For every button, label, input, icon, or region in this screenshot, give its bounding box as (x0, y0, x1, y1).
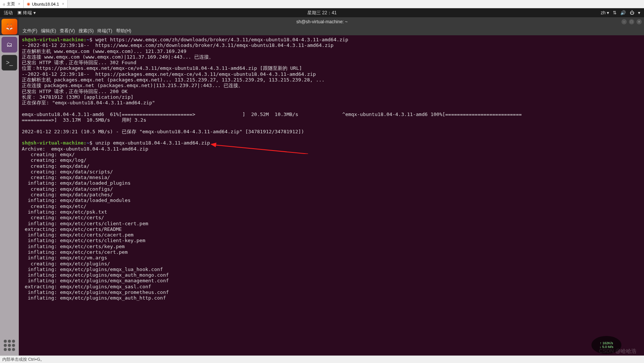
terminal-icon: ▣ (17, 10, 22, 15)
network-icon[interactable]: ⇅ (613, 10, 617, 15)
files-icon: 🗂 (6, 41, 12, 48)
tab-vm-label: Ubuntu18.04.1 (32, 2, 59, 6)
volume-icon[interactable]: 🔊 (620, 10, 626, 15)
close-button[interactable]: × (636, 19, 642, 24)
dock-terminal[interactable]: >_ (2, 55, 17, 71)
netspeed-widget: ↑ 162K/s ↓ 5.0 M/s (591, 336, 621, 354)
tab-vm[interactable]: ◉ Ubuntu18.04.1 × (24, 0, 68, 8)
gnome-topbar: 活动 ▣ 终端 ▾ 星期三 22：41 zh ▾ ⇅ 🔊 ⏻ ▾ (0, 8, 644, 17)
download-speed: ↓ 5.0 M/s (600, 345, 614, 349)
upload-speed: ↑ 162K/s (600, 341, 613, 345)
chevron-down-icon[interactable]: ▾ (638, 10, 640, 15)
firefox-icon: 🦊 (6, 23, 13, 30)
minimize-button[interactable]: − (621, 19, 627, 24)
terminal-output[interactable]: sh@sh-virtual-machine:~$ wget https://ww… (19, 35, 644, 355)
datetime[interactable]: 星期三 22：41 (307, 10, 337, 15)
maximize-button[interactable]: □ (629, 19, 634, 24)
menu-terminal[interactable]: 终端(T) (97, 28, 112, 34)
terminal-menubar: 文件(F) 编辑(E) 查看(V) 搜索(S) 终端(T) 帮助(H) (0, 26, 644, 35)
home-icon: ⌂ (3, 2, 5, 6)
menu-help[interactable]: 帮助(H) (116, 28, 132, 34)
power-icon[interactable]: ⏻ (630, 10, 634, 15)
menu-view[interactable]: 查看(V) (60, 28, 75, 34)
close-icon[interactable]: × (18, 2, 20, 6)
vm-tab-strip: ⌂ 主页 × ◉ Ubuntu18.04.1 × (0, 0, 644, 8)
dock-show-apps[interactable] (2, 338, 17, 352)
menu-search[interactable]: 搜索(S) (79, 28, 94, 34)
tab-home-label: 主页 (7, 1, 15, 7)
topbar-terminal[interactable]: ▣ 终端 ▾ (17, 10, 36, 16)
ubuntu-icon: ◉ (27, 2, 30, 6)
activities-button[interactable]: 活动 (4, 10, 13, 16)
chevron-down-icon: ▾ (33, 10, 36, 15)
tab-home[interactable]: ⌂ 主页 × (0, 0, 24, 8)
window-title: sh@sh-virtual-machine: ~ (296, 19, 348, 24)
status-text: 内部单击或按 Ctrl+G。 (2, 357, 44, 362)
menu-file[interactable]: 文件(F) (23, 28, 37, 34)
launcher-dock: 🦊 🗂 >_ (0, 17, 19, 355)
dock-firefox[interactable]: 🦊 (2, 19, 17, 35)
menu-edit[interactable]: 编辑(E) (41, 28, 56, 34)
window-titlebar: sh@sh-virtual-machine: ~ − □ × (0, 17, 644, 26)
topbar-terminal-label: 终端 (23, 10, 32, 15)
close-icon[interactable]: × (62, 2, 64, 6)
dock-files[interactable]: 🗂 (2, 37, 17, 53)
lang-indicator[interactable]: zh ▾ (601, 10, 609, 15)
terminal-icon: >_ (6, 59, 13, 66)
vm-statusbar: 内部单击或按 Ctrl+G。 (0, 355, 644, 363)
